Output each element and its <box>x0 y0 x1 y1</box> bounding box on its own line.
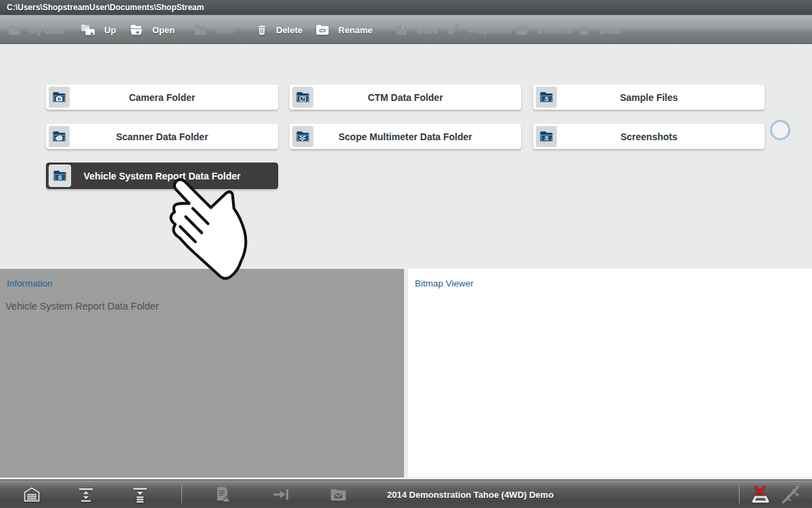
statusbar-divider <box>181 486 182 503</box>
shortcut-icon <box>514 22 529 37</box>
title-bar: C:\Users\ShopstreamUser\Documents\ShopSt… <box>0 0 812 15</box>
ctm-folder-icon <box>292 87 313 108</box>
svg-text:S: S <box>545 135 549 142</box>
toolbar-button-delete[interactable]: Delete <box>256 16 302 44</box>
scanner-folder-icon <box>49 126 70 147</box>
folder-button-label: Camera Folder <box>46 92 278 103</box>
collapse-view-button[interactable] <box>130 480 150 508</box>
device-disconnected-icon <box>748 484 773 505</box>
report-warning-icon <box>213 485 232 504</box>
transfer-button[interactable] <box>271 480 291 508</box>
usb-disconnected-icon <box>780 484 804 505</box>
collapse-icon <box>130 485 150 504</box>
home-icon <box>22 485 42 504</box>
gears-icon <box>445 22 460 37</box>
usb-connection-button[interactable] <box>780 480 804 508</box>
folder-button-ctm-data[interactable]: CTM Data Folder <box>290 85 521 110</box>
folder-up-icon <box>80 22 96 37</box>
current-path: C:\Users\ShopstreamUser\Documents\ShopSt… <box>0 3 204 12</box>
expand-view-button[interactable] <box>76 480 96 508</box>
pointing-hand-cursor <box>161 173 256 282</box>
folder-button-label: Scope Multimeter Data Folder <box>290 131 521 142</box>
folder-button-scope-multimeter[interactable]: Scope Multimeter Data Folder <box>290 124 521 149</box>
folder-button-label: Vehicle System Report Data Folder <box>47 171 277 182</box>
folder-button-scanner-data[interactable]: Scanner Data Folder <box>46 124 278 149</box>
folder-button-screenshots[interactable]: S Screenshots <box>533 124 765 149</box>
svg-text:S: S <box>58 174 63 181</box>
statusbar-divider <box>739 486 740 503</box>
folder-button-vehicle-system-report[interactable]: S Vehicle System Report Data Folder <box>46 163 278 189</box>
trash-icon <box>256 22 268 37</box>
toolbar-button-save[interactable]: Save <box>394 16 437 44</box>
folder-button-label: Screenshots <box>533 131 765 142</box>
bottom-toolbar: 2014 Demonstration Tahoe (4WD) Demo <box>0 480 812 508</box>
folder-button-camera[interactable]: Camera Folder <box>46 85 278 110</box>
information-panel-content: Vehicle System Report Data Folder <box>5 301 404 312</box>
folder-mail-button[interactable] <box>328 480 348 508</box>
bitmap-viewer-panel: Bitmap Viewer <box>408 269 812 478</box>
toolbar-button-rename[interactable]: Rename <box>315 16 373 44</box>
folder-button-label: CTM Data Folder <box>290 92 521 103</box>
snapon-folder-icon: S <box>536 126 557 147</box>
information-panel: Information Vehicle System Report Data F… <box>0 269 404 478</box>
folder-open-icon <box>129 22 144 37</box>
home-button[interactable] <box>22 480 42 508</box>
save-icon <box>394 23 409 37</box>
top-toolbar: My Data Up Open New Delet <box>0 15 812 44</box>
information-panel-title: Information <box>7 278 404 289</box>
folder-mail-icon <box>328 485 348 504</box>
toolbar-button-open[interactable]: Open <box>129 16 175 44</box>
expand-icon <box>76 485 96 504</box>
toolbar-button-my-data[interactable]: My Data <box>7 16 64 44</box>
toolbar-button-shortcut[interactable]: Shortcut <box>514 16 573 44</box>
toolbar-button-properties[interactable]: Properties <box>445 16 512 44</box>
bitmap-viewer-title: Bitmap Viewer <box>415 278 812 289</box>
folder-button-label: Sample Files <box>533 92 765 103</box>
svg-text:S: S <box>545 96 549 102</box>
report-warning-button[interactable] <box>213 480 232 508</box>
folder-icon <box>7 22 22 37</box>
active-vehicle-label: 2014 Demonstration Tahoe (4WD) Demo <box>387 480 554 508</box>
snapon-folder-icon: S <box>536 87 557 108</box>
folder-button-sample-files[interactable]: S Sample Files <box>533 85 765 110</box>
device-connection-button[interactable] <box>748 480 773 508</box>
toolbar-button-up[interactable]: Up <box>80 16 116 44</box>
rename-icon <box>315 22 330 37</box>
pulse-indicator-circle <box>770 120 790 140</box>
scope-folder-icon <box>292 126 313 147</box>
snapon-folder-icon: S <box>49 165 70 186</box>
toolbar-button-email[interactable]: Email <box>577 16 623 44</box>
email-icon <box>577 23 591 37</box>
folder-button-label: Scanner Data Folder <box>46 131 278 142</box>
camera-folder-icon <box>49 87 70 108</box>
toolbar-button-new[interactable]: New <box>193 16 234 44</box>
folder-new-icon <box>193 22 208 37</box>
transfer-icon <box>271 485 291 504</box>
